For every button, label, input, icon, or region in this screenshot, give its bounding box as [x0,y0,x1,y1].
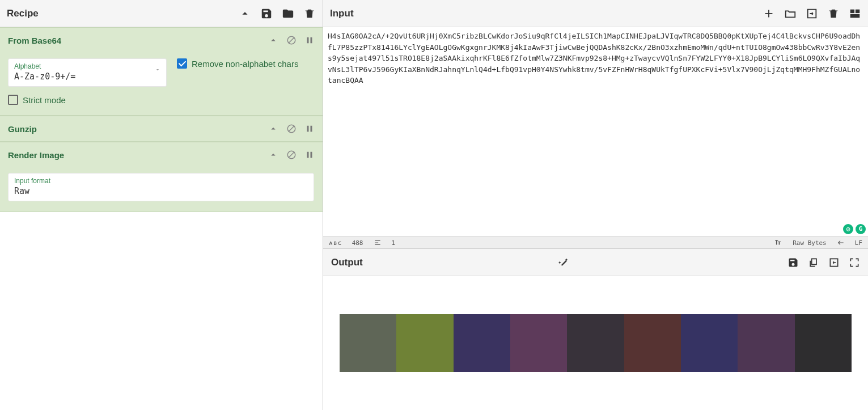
color-swatch [567,314,624,372]
abc-icon: ᴀʙᴄ [329,239,342,247]
input-statusbar: ᴀʙᴄ 488 1 Raw Bytes LF [323,236,868,249]
input-format-value: Raw [14,186,308,196]
eol-arrow-icon[interactable] [837,239,845,247]
chevron-up-icon[interactable] [268,150,278,160]
save-icon[interactable] [787,257,799,268]
eol-label[interactable]: LF [855,239,862,247]
svg-rect-3 [311,37,312,44]
disable-icon[interactable] [286,124,297,134]
svg-line-1 [289,37,295,44]
input-header: Input [323,0,868,27]
grammarly-icon: G [856,224,866,234]
recipe-title: Recipe [7,8,239,19]
svg-rect-10 [307,152,309,158]
color-swatch [681,314,738,372]
svg-rect-14 [850,14,860,17]
save-icon[interactable] [260,7,273,20]
open-folder-icon[interactable] [784,7,797,20]
color-swatch [738,314,794,372]
lines-icon [374,239,382,247]
input-title: Input [330,8,763,19]
line-count: 1 [392,239,396,247]
pause-icon[interactable] [304,124,315,134]
disable-icon[interactable] [286,35,297,45]
input-import-icon[interactable] [806,7,818,20]
svg-rect-6 [307,126,309,132]
trash-icon[interactable] [303,7,316,20]
text-format-icon[interactable] [774,239,782,247]
operation-render-image: Render Image Input format Raw [0,142,323,212]
color-swatch [795,314,852,372]
char-count: 488 [352,239,363,247]
add-icon[interactable] [763,7,775,20]
operation-title: Render Image [8,150,268,160]
alphabet-field[interactable]: Alphabet A-Za-z0-9+/= [8,58,167,87]
svg-rect-13 [856,9,859,12]
chevron-up-icon[interactable] [268,124,278,134]
replace-input-icon[interactable] [828,257,840,268]
folder-icon[interactable] [282,7,294,20]
color-swatch [454,314,510,372]
disable-icon[interactable] [286,150,297,160]
recipe-panel: Recipe From Base64 Alphabet A-Za-z0-9+/= [0,0,323,410]
input-format-field[interactable]: Input format Raw [8,173,314,201]
operation-from-base64: From Base64 Alphabet A-Za-z0-9+/= Remove… [0,27,323,116]
pause-icon[interactable] [304,150,315,160]
copy-icon[interactable] [808,257,819,268]
input-text: H4sIAG0OA2cA/+2QvUt6URjHj0XmC5ribzBLCwKd… [328,32,860,84]
recipe-header: Recipe [0,0,323,27]
checkbox-icon [8,95,18,105]
alphabet-value: A-Za-z0-9+/= [14,71,160,82]
svg-line-9 [289,152,295,158]
fullscreen-icon[interactable] [849,257,860,268]
output-body [323,276,868,410]
magic-wand-icon[interactable] [558,257,569,268]
color-swatch [624,314,681,372]
operation-header[interactable]: Render Image [0,142,323,167]
chevron-up-icon[interactable] [239,7,251,20]
svg-line-5 [289,126,295,132]
remove-non-alpha-checkbox[interactable]: Remove non-alphabet chars [177,58,298,69]
strict-mode-checkbox[interactable]: Strict mode [8,95,315,105]
checkbox-icon [177,58,187,69]
strict-mode-label: Strict mode [23,95,66,105]
output-image [340,314,852,372]
panes-icon[interactable] [849,7,861,20]
color-swatch [340,314,396,372]
operation-title: Gunzip [8,124,268,134]
trash-icon[interactable] [827,7,840,20]
raw-bytes-label[interactable]: Raw Bytes [793,239,827,247]
remove-non-alpha-label: Remove non-alphabet chars [192,59,298,69]
grammarly-icon: ◎ [843,224,853,234]
pause-icon[interactable] [304,35,315,45]
operation-title: From Base64 [8,36,268,45]
alphabet-label: Alphabet [14,62,160,70]
dropdown-caret-icon [155,67,160,73]
grammarly-widget[interactable]: ◎ G [843,224,866,234]
svg-rect-11 [311,152,312,158]
output-title: Output [331,257,550,268]
color-swatch [396,314,453,372]
chevron-up-icon[interactable] [268,35,278,45]
operation-gunzip: Gunzip [0,116,323,142]
input-textarea[interactable]: H4sIAG0OA2cA/+2QvUt6URjHj0XmC5ribzBLCwKd… [323,27,868,236]
operation-header[interactable]: Gunzip [0,116,323,141]
svg-rect-7 [311,126,312,132]
svg-rect-12 [850,9,854,12]
operation-header[interactable]: From Base64 [0,28,323,53]
color-swatch [510,314,567,372]
input-format-label: Input format [14,177,308,185]
output-header: Output [323,249,868,276]
io-panel: Input H4sIAG0OA2cA/+2QvUt6URjHj0XmC5ribz… [323,0,868,410]
svg-rect-2 [307,37,309,44]
